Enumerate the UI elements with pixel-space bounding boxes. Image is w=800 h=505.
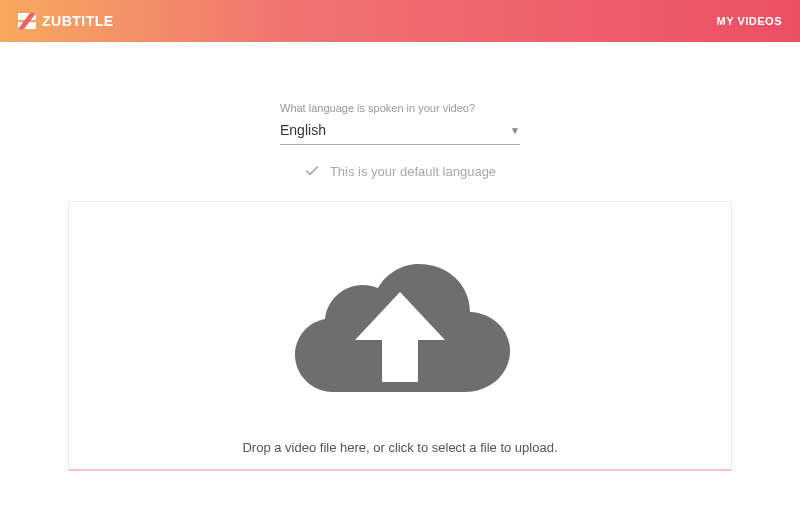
default-language-row: This is your default language	[304, 163, 496, 179]
brand-name: ZUBTITLE	[42, 13, 114, 29]
language-label: What language is spoken in your video?	[280, 102, 520, 114]
main-content: What language is spoken in your video? E…	[0, 42, 800, 471]
nav-my-videos[interactable]: MY VIDEOS	[717, 15, 782, 27]
cloud-upload-icon	[285, 242, 515, 406]
check-icon	[304, 163, 320, 179]
upload-dropzone[interactable]: Drop a video file here, or click to sele…	[68, 201, 732, 471]
brand-logo[interactable]: ZUBTITLE	[18, 12, 114, 30]
app-header: ZUBTITLE MY VIDEOS	[0, 0, 800, 42]
chevron-down-icon: ▼	[510, 125, 520, 136]
default-language-text: This is your default language	[330, 164, 496, 179]
language-selected-value: English	[280, 122, 326, 138]
language-dropdown[interactable]: English ▼	[280, 118, 520, 145]
dropzone-prompt: Drop a video file here, or click to sele…	[242, 440, 557, 455]
logo-icon	[18, 12, 36, 30]
